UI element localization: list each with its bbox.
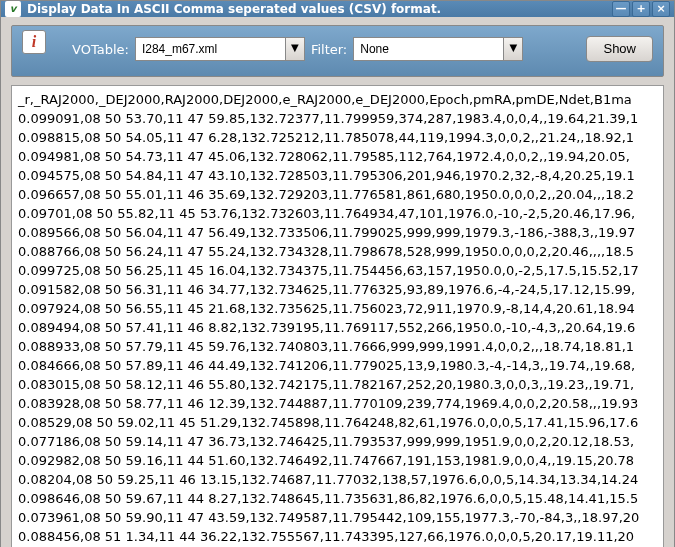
csv-line: 0.098815,08 50 54.05,11 47 6.28,132.7252… xyxy=(18,128,657,147)
csv-line: 0.098646,08 50 59.67,11 44 8.27,132.7486… xyxy=(18,489,657,508)
close-window-button[interactable]: × xyxy=(652,1,670,17)
csv-line: 0.088456,08 51 1.34,11 44 36.22,132.7555… xyxy=(18,527,657,546)
csv-line: 0.088933,08 50 57.79,11 45 59.76,132.740… xyxy=(18,337,657,356)
csv-line: 0.097924,08 50 56.55,11 45 21.68,132.735… xyxy=(18,299,657,318)
toolbar-panel: i VOTable: ▼ Filter: ▼ Show xyxy=(11,25,664,77)
csv-line: 0.092982,08 50 59.16,11 44 51.60,132.746… xyxy=(18,451,657,470)
csv-line: 0.094575,08 50 54.84,11 47 43.10,132.728… xyxy=(18,166,657,185)
votable-label: VOTable: xyxy=(72,42,129,57)
dialog-window: v Display Data In ASCII Comma seperated … xyxy=(0,0,675,547)
csv-line: 0.073961,08 50 59.90,11 47 43.59,132.749… xyxy=(18,508,657,527)
csv-line: 0.084666,08 50 57.89,11 46 44.49,132.741… xyxy=(18,356,657,375)
titlebar[interactable]: v Display Data In ASCII Comma seperated … xyxy=(1,1,674,17)
votable-combo[interactable]: ▼ xyxy=(135,37,305,61)
minimize-button[interactable]: — xyxy=(612,1,630,17)
votable-dropdown-icon[interactable]: ▼ xyxy=(285,37,305,61)
csv-line: _r,_RAJ2000,_DEJ2000,RAJ2000,DEJ2000,e_R… xyxy=(18,90,657,109)
window-title: Display Data In ASCII Comma seperated va… xyxy=(27,2,610,16)
csv-line: 0.083015,08 50 58.12,11 46 55.80,132.742… xyxy=(18,375,657,394)
csv-line: 0.09701,08 50 55.82,11 45 53.76,132.7326… xyxy=(18,204,657,223)
csv-text-content[interactable]: _r,_RAJ2000,_DEJ2000,RAJ2000,DEJ2000,e_R… xyxy=(12,86,663,547)
filter-dropdown-icon[interactable]: ▼ xyxy=(503,37,523,61)
csv-line: 0.099725,08 50 56.25,11 45 16.04,132.734… xyxy=(18,261,657,280)
csv-line: 0.083928,08 50 58.77,11 46 12.39,132.744… xyxy=(18,394,657,413)
csv-line: 0.077186,08 50 59.14,11 47 36.73,132.746… xyxy=(18,432,657,451)
csv-line: 0.099091,08 50 53.70,11 47 59.85,132.723… xyxy=(18,109,657,128)
csv-line: 0.091582,08 50 56.31,11 46 34.77,132.734… xyxy=(18,280,657,299)
csv-line: 0.089494,08 50 57.41,11 46 8.82,132.7391… xyxy=(18,318,657,337)
csv-line: 0.094981,08 50 54.73,11 47 45.06,132.728… xyxy=(18,147,657,166)
show-button[interactable]: Show xyxy=(586,36,653,62)
info-icon[interactable]: i xyxy=(22,30,46,54)
csv-data-viewer: _r,_RAJ2000,_DEJ2000,RAJ2000,DEJ2000,e_R… xyxy=(11,85,664,547)
csv-line: 0.08529,08 50 59.02,11 45 51.29,132.7458… xyxy=(18,413,657,432)
csv-line: 0.089566,08 50 56.04,11 47 56.49,132.733… xyxy=(18,223,657,242)
content-area: i VOTable: ▼ Filter: ▼ Show _r,_RAJ2000,… xyxy=(1,17,674,547)
votable-input[interactable] xyxy=(135,37,285,61)
app-icon: v xyxy=(5,1,21,17)
csv-line: 0.088766,08 50 56.24,11 47 55.24,132.734… xyxy=(18,242,657,261)
filter-combo[interactable]: ▼ xyxy=(353,37,523,61)
maximize-button[interactable]: + xyxy=(632,1,650,17)
filter-input[interactable] xyxy=(353,37,503,61)
csv-line: 0.096657,08 50 55.01,11 46 35.69,132.729… xyxy=(18,185,657,204)
csv-line: 0.08204,08 50 59.25,11 46 13.15,132.7468… xyxy=(18,470,657,489)
filter-label: Filter: xyxy=(311,42,347,57)
